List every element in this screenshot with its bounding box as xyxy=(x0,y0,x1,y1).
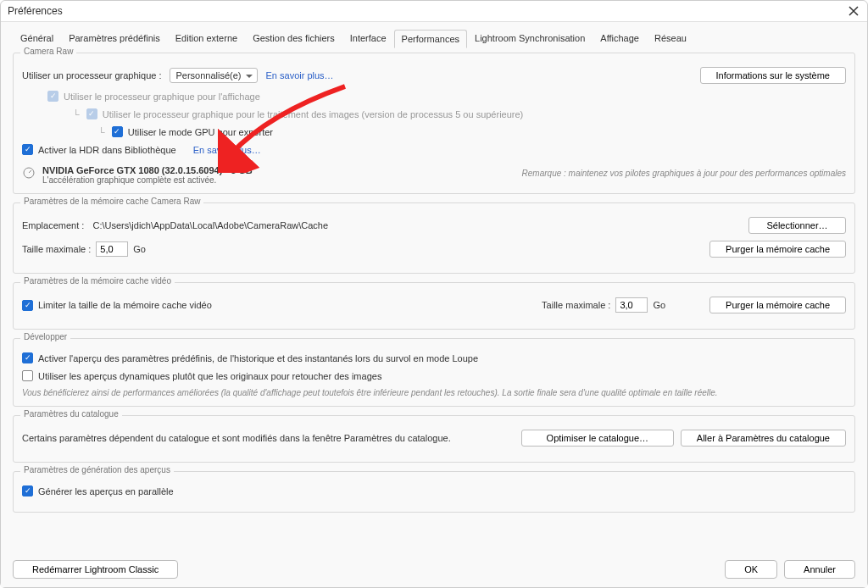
cache-unit: Go xyxy=(133,244,146,254)
group-develop: Développer Activer l'aperçu des paramètr… xyxy=(13,338,855,407)
checkbox-parallel-previews[interactable] xyxy=(22,485,33,496)
label-gpu-process: Utiliser le processeur graphique pour le… xyxy=(103,109,523,119)
label-gpu-export: Utiliser le mode GPU pour exporter xyxy=(128,127,273,137)
optimize-catalog-button[interactable]: Optimiser le catalogue… xyxy=(521,430,674,447)
cancel-button[interactable]: Annuler xyxy=(784,560,855,579)
group-title: Développer xyxy=(20,332,70,341)
dialog-title: Préférences xyxy=(8,5,63,17)
ok-button[interactable]: OK xyxy=(725,560,777,579)
tabs: Général Paramètres prédéfinis Edition ex… xyxy=(13,29,855,47)
video-unit: Go xyxy=(653,300,665,310)
group-video-cache: Paramètres de la mémoire cache vidéo Lim… xyxy=(13,282,855,330)
checkbox-limit-video-cache[interactable] xyxy=(22,300,33,311)
system-info-button[interactable]: Informations sur le système xyxy=(700,67,847,84)
label-limit-video-cache: Limiter la taille de la mémoire cache vi… xyxy=(38,300,212,310)
video-max-label: Taille maximale : xyxy=(542,300,610,310)
group-previews: Paramètres de génération des aperçus Gén… xyxy=(13,471,855,513)
gpu-select[interactable]: Personnalisé(e) xyxy=(170,68,257,83)
gpu-remark: Remarque : maintenez vos pilotes graphiq… xyxy=(522,169,846,178)
close-icon[interactable] xyxy=(847,4,860,18)
video-max-input[interactable] xyxy=(615,297,648,313)
tab-interface[interactable]: Interface xyxy=(342,29,394,47)
checkbox-hdr[interactable] xyxy=(22,144,33,155)
group-title: Paramètres de la mémoire cache vidéo xyxy=(20,276,175,286)
label-hdr: Activer la HDR dans Bibliothèque xyxy=(38,145,176,155)
gauge-icon xyxy=(22,165,36,179)
group-title: Paramètres du catalogue xyxy=(20,409,122,419)
label-preview-presets: Activer l'aperçu des paramètres prédéfin… xyxy=(38,353,478,363)
tab-network[interactable]: Réseau xyxy=(647,29,694,47)
group-cache: Paramètres de la mémoire cache Camera Ra… xyxy=(13,202,855,274)
tab-file-handling[interactable]: Gestion des fichiers xyxy=(245,29,342,47)
gpu-label: Utiliser un processeur graphique : xyxy=(22,70,161,80)
purge-video-cache-button[interactable]: Purger la mémoire cache xyxy=(709,297,846,313)
group-catalog: Paramètres du catalogue Certains paramèt… xyxy=(13,415,855,463)
group-title: Paramètres de la mémoire cache Camera Ra… xyxy=(20,197,203,206)
cache-max-input[interactable] xyxy=(96,241,128,257)
cache-max-label: Taille maximale : xyxy=(22,244,91,254)
select-cache-button[interactable]: Sélectionner… xyxy=(748,217,846,234)
tab-display[interactable]: Affichage xyxy=(593,29,647,47)
tab-lightroom-sync[interactable]: Lightroom Synchronisation xyxy=(467,29,593,47)
checkbox-gpu-export[interactable] xyxy=(112,126,123,137)
label-gpu-display: Utiliser le processeur graphique pour l'… xyxy=(64,92,260,102)
goto-catalog-settings-button[interactable]: Aller à Paramètres du catalogue xyxy=(681,430,846,447)
cache-loc-value: C:\Users\jdich\AppData\Local\Adobe\Camer… xyxy=(93,220,329,230)
label-parallel-previews: Générer les aperçus en parallèle xyxy=(38,486,174,496)
catalog-text: Certains paramètres dépendent du catalog… xyxy=(22,433,451,443)
tab-presets[interactable]: Paramètres prédéfinis xyxy=(61,29,168,47)
tab-performances[interactable]: Performances xyxy=(394,30,467,48)
group-title: Paramètres de génération des aperçus xyxy=(20,465,174,474)
restart-button[interactable]: Redémarrer Lightroom Classic xyxy=(13,560,178,579)
checkbox-smart-previews[interactable] xyxy=(22,370,33,381)
group-camera-raw: Camera Raw Utiliser un processeur graphi… xyxy=(13,53,855,194)
learn-more-hdr-link[interactable]: En savoir plus… xyxy=(193,145,261,155)
cache-loc-label: Emplacement : xyxy=(22,220,84,230)
label-smart-previews: Utiliser les aperçus dynamiques plutôt q… xyxy=(38,371,381,381)
tab-external-editing[interactable]: Edition externe xyxy=(168,29,245,47)
checkbox-preview-presets[interactable] xyxy=(22,352,33,363)
tab-general[interactable]: Général xyxy=(13,29,61,47)
checkbox-gpu-process xyxy=(86,108,97,119)
gpu-status: L'accélération graphique complète est ac… xyxy=(42,175,253,185)
purge-cache-button[interactable]: Purger la mémoire cache xyxy=(709,241,846,258)
group-title: Camera Raw xyxy=(20,47,76,56)
gpu-name: NVIDIA GeForce GTX 1080 (32.0.15.6094) -… xyxy=(42,165,253,175)
checkbox-gpu-display xyxy=(47,91,58,102)
learn-more-link[interactable]: En savoir plus… xyxy=(266,70,334,80)
develop-note: Vous bénéficierez ainsi de performances … xyxy=(22,388,846,397)
